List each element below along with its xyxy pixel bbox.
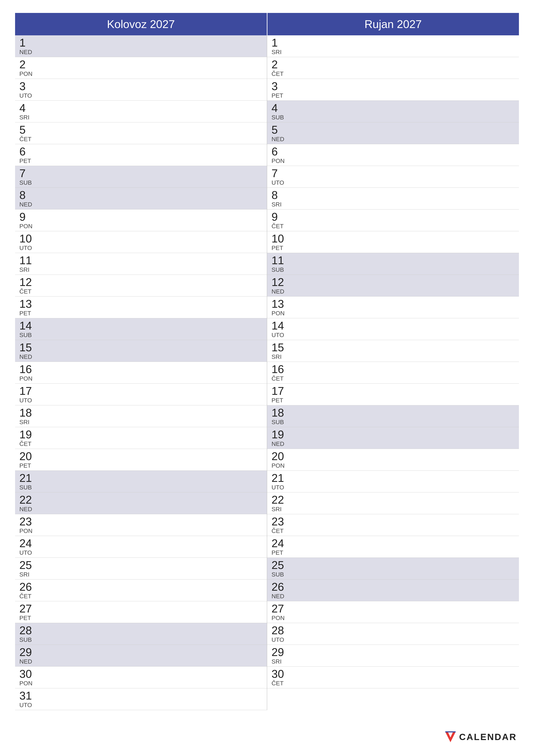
day-name: PON	[271, 310, 289, 316]
day-row: 29 NED	[15, 645, 267, 666]
day-number: 20	[271, 451, 289, 462]
day-number: 5	[271, 124, 289, 135]
day-info: 2 PON	[19, 59, 37, 77]
day-number: 22	[19, 494, 37, 505]
day-name: PON	[271, 615, 289, 621]
day-info: 18 SUB	[271, 407, 289, 425]
day-row: 11 SUB	[267, 253, 519, 275]
day-number: 29	[271, 647, 289, 658]
day-number: 2	[271, 59, 289, 70]
day-name: SUB	[271, 572, 289, 578]
day-number: 12	[19, 277, 37, 288]
day-number: 1	[19, 37, 37, 48]
day-info: 31 UTO	[19, 690, 37, 708]
day-row: 15 SRI	[267, 340, 519, 362]
day-name: PET	[19, 310, 37, 316]
day-info: 10 PET	[271, 233, 289, 251]
day-name: UTO	[271, 484, 289, 491]
day-number: 19	[19, 429, 37, 440]
day-row: 14 UTO	[267, 318, 519, 340]
day-info: 9 ČET	[271, 211, 289, 229]
day-number: 3	[271, 81, 289, 92]
day-number: 9	[271, 211, 289, 222]
day-number: 13	[271, 298, 289, 310]
day-info: 30 ČET	[271, 668, 289, 687]
day-name: SRI	[271, 202, 289, 207]
day-name: SRI	[19, 115, 37, 121]
day-row: 14 SUB	[15, 318, 267, 340]
day-number: 20	[19, 451, 37, 462]
day-info: 8 SRI	[271, 189, 289, 207]
day-name: PON	[19, 680, 37, 687]
day-name: PET	[271, 245, 289, 251]
day-info: 23 ČET	[271, 516, 289, 534]
day-info: 9 PON	[19, 211, 37, 229]
day-row: 16 PON	[15, 362, 267, 384]
day-name: PET	[19, 615, 37, 621]
day-number: 8	[271, 189, 289, 201]
day-info: 17 UTO	[19, 385, 37, 403]
day-info: 8 NED	[19, 189, 37, 207]
day-info: 23 PON	[19, 516, 37, 534]
day-number: 3	[19, 81, 37, 92]
day-name: SRI	[19, 419, 37, 425]
day-number: 16	[19, 364, 37, 375]
day-row: 12 NED	[267, 275, 519, 297]
day-name: PON	[19, 71, 37, 77]
day-name: ČET	[271, 680, 289, 687]
day-number: 23	[271, 516, 289, 527]
day-info: 28 SUB	[19, 625, 37, 643]
day-row: 16 ČET	[267, 362, 519, 384]
svg-marker-1	[445, 732, 456, 742]
day-number: 28	[19, 625, 37, 636]
day-number: 14	[271, 320, 289, 331]
day-number: 29	[19, 647, 37, 658]
day-info: 4 SRI	[19, 102, 37, 121]
day-info: 22 NED	[19, 494, 37, 512]
day-name: NED	[19, 202, 37, 207]
day-row: 15 NED	[15, 340, 267, 362]
day-row: 26 NED	[267, 580, 519, 601]
day-info: 25 SRI	[19, 559, 37, 578]
day-number: 15	[19, 342, 37, 353]
day-row: 26 ČET	[15, 580, 267, 601]
day-name: PET	[271, 93, 289, 99]
day-number: 19	[271, 429, 289, 440]
day-number: 1	[271, 37, 289, 48]
day-number: 23	[19, 516, 37, 527]
day-name: UTO	[19, 93, 37, 99]
day-name: UTO	[19, 397, 37, 403]
day-info: 22 SRI	[271, 494, 289, 512]
day-info: 6 PON	[271, 146, 289, 164]
day-name: UTO	[19, 550, 37, 556]
day-row: 25 SUB	[267, 558, 519, 580]
day-name: UTO	[271, 637, 289, 643]
day-name: SRI	[271, 659, 289, 664]
day-name: PET	[19, 158, 37, 164]
day-row: 30 PON	[15, 666, 267, 688]
day-info: 3 UTO	[19, 81, 37, 99]
day-info: 19 ČET	[19, 429, 37, 447]
day-info: 20 PON	[271, 451, 289, 469]
day-info: 30 PON	[19, 668, 37, 687]
day-row: 4 SUB	[267, 101, 519, 122]
day-name: SUB	[271, 267, 289, 273]
day-number: 12	[271, 277, 289, 288]
day-number: 7	[271, 168, 289, 179]
days-container: 1 NED 2 PON 3 UTO 4 SRI 5 ČET	[15, 35, 519, 710]
day-name: PON	[271, 463, 289, 469]
day-name: NED	[271, 136, 289, 142]
day-info: 7 UTO	[271, 168, 289, 186]
day-number: 24	[19, 538, 37, 549]
day-name: SUB	[19, 637, 37, 643]
day-row: 19 NED	[267, 427, 519, 449]
day-number: 25	[19, 559, 37, 571]
day-row: 2 ČET	[267, 57, 519, 79]
footer-text: CALENDAR	[459, 732, 517, 742]
day-number: 11	[19, 255, 37, 266]
day-row: 6 PON	[267, 144, 519, 166]
day-row: 11 SRI	[15, 253, 267, 275]
day-number: 16	[271, 364, 289, 375]
day-number: 21	[271, 472, 289, 484]
day-number: 28	[271, 625, 289, 636]
